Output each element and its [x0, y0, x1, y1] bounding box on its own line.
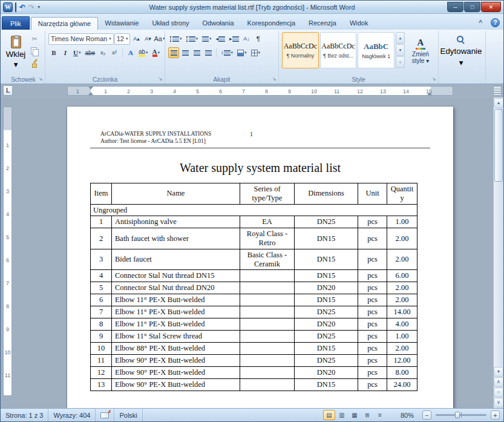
table-cell[interactable]: 2.00 [387, 282, 417, 294]
table-cell[interactable]: Connector Stal Nut thread DN15 [112, 270, 240, 282]
numbering-button[interactable]: ▾ [185, 33, 200, 44]
style-no-spacing[interactable]: AaBbCcDc ¶ Bez odst... [320, 32, 357, 68]
table-cell[interactable]: 14.00 [387, 306, 417, 318]
table-cell[interactable]: 7 [91, 306, 112, 318]
table-cell[interactable]: 3 [91, 249, 112, 270]
table-cell[interactable]: 24.00 [387, 379, 417, 391]
close-button[interactable]: ✕ [481, 2, 501, 12]
paste-button[interactable]: Wklej ▾ [5, 32, 27, 72]
horizontal-ruler[interactable]: 1 123456789101112131415 [67, 86, 453, 96]
justify-button[interactable] [203, 47, 214, 58]
table-cell[interactable]: DN25 [295, 331, 358, 343]
table-cell[interactable]: pcs [358, 228, 387, 249]
line-spacing-button[interactable]: ↕▾ [219, 47, 235, 58]
bullets-button[interactable]: ▾ [168, 33, 184, 44]
table-cell[interactable]: EA [240, 216, 295, 228]
zoom-in-button[interactable]: + [491, 410, 500, 420]
web-layout-view-button[interactable]: ▦ [349, 410, 361, 420]
table-cell[interactable]: pcs [358, 331, 387, 343]
table-cell[interactable]: 8 [91, 318, 112, 331]
styles-scroll-down-button[interactable]: ▾ [396, 44, 405, 56]
table-cell[interactable]: 2 [91, 228, 112, 249]
table-cell[interactable]: DN20 [295, 282, 358, 294]
table-cell[interactable]: pcs [358, 216, 387, 228]
change-styles-button[interactable]: A Zmień style ▾ [406, 32, 435, 70]
header-line-2[interactable]: Author: Test license - ArCADia 5.5 EN [L… [100, 138, 430, 145]
table-cell[interactable]: Elbow 90° PE-X Butt-welded [112, 367, 240, 379]
table-cell[interactable]: 4.00 [387, 318, 417, 331]
left-indent-marker[interactable] [88, 90, 93, 95]
grow-font-button[interactable]: A▴ [131, 33, 142, 44]
table-cell[interactable]: 13 [91, 379, 112, 391]
editing-button[interactable]: Edytowanie ▾ [442, 32, 480, 71]
table-cell[interactable]: pcs [358, 343, 387, 355]
table-cell[interactable]: Bidet faucet [112, 249, 240, 270]
copy-button[interactable] [28, 45, 41, 56]
table-cell[interactable]: 6.00 [387, 270, 417, 282]
document-title[interactable]: Water supply system material list [90, 161, 430, 175]
table-cell[interactable]: Elbow 90° PE-X Butt-welded [112, 379, 240, 391]
ruler-toggle-button[interactable] [493, 85, 502, 96]
table-cell[interactable] [240, 367, 295, 379]
table-cell[interactable]: DN15 [295, 379, 358, 391]
next-page-button[interactable]: ∨ [494, 398, 503, 407]
font-size-combo[interactable]: 12 ▾ [114, 33, 131, 45]
draft-view-button[interactable]: ≡ [374, 410, 386, 420]
tab-mailings[interactable]: Korespondencja [241, 16, 303, 30]
dialog-launcher-icon[interactable]: ↘ [37, 76, 44, 83]
italic-button[interactable]: I [60, 47, 71, 58]
styles-scroll-up-button[interactable]: ▴ [396, 32, 405, 44]
table-cell[interactable]: Elbow 11° PE-X Butt-welded [112, 294, 240, 306]
previous-page-button[interactable]: ∧ [494, 377, 503, 387]
table-cell[interactable]: DN15 [295, 294, 358, 306]
table-cell[interactable]: 2.00 [387, 228, 417, 249]
tab-references[interactable]: Odwołania [196, 16, 241, 30]
styles-more-button[interactable]: ▿ [396, 56, 405, 68]
table-cell[interactable]: 2.00 [387, 294, 417, 306]
table-header-cell[interactable]: Item [91, 183, 112, 205]
save-button[interactable] [15, 2, 17, 12]
zoom-slider[interactable] [436, 414, 486, 416]
material-table[interactable]: ItemNameSeries of type/TypeDimensionsUni… [90, 183, 417, 391]
page-count-button[interactable]: Strona: 1 z 3 [1, 409, 48, 421]
table-cell[interactable]: Elbow 88° PE-X Butt-welded [112, 343, 240, 355]
dialog-launcher-icon[interactable]: ↘ [430, 76, 437, 83]
bold-button[interactable]: B [48, 47, 59, 58]
shading-button[interactable]: ▾ [235, 47, 249, 58]
redo-button[interactable]: ↷ [28, 2, 35, 12]
table-cell[interactable]: 1.00 [387, 331, 417, 343]
table-cell[interactable]: Royal Class - Retro [240, 228, 295, 249]
table-cell[interactable]: pcs [358, 294, 387, 306]
table-cell[interactable]: Connector Stal Nut thread DN20 [112, 282, 240, 294]
table-cell[interactable]: pcs [358, 270, 387, 282]
change-case-button[interactable]: Aa▾ [154, 33, 165, 44]
qat-dropdown-button[interactable]: ▾ [37, 2, 41, 12]
maximize-button[interactable]: □ [464, 2, 480, 12]
format-painter-button[interactable] [28, 58, 41, 68]
table-cell[interactable]: 8.00 [387, 367, 417, 379]
scroll-up-button[interactable]: ▴ [494, 98, 503, 108]
page-header[interactable]: ArCADia-WATER SUPPLY INSTALLATIONS Autho… [90, 131, 430, 148]
table-group-cell[interactable]: Ungrouped [91, 204, 417, 216]
table-cell[interactable] [240, 282, 295, 294]
table-header-cell[interactable]: Dimensions [295, 183, 358, 205]
outline-view-button[interactable]: ≣ [361, 410, 373, 420]
increase-indent-button[interactable]: ▸ [227, 33, 241, 44]
zoom-level-button[interactable]: 80% [397, 411, 417, 420]
table-cell[interactable]: 1 [91, 216, 112, 228]
table-cell[interactable]: pcs [358, 282, 387, 294]
table-cell[interactable] [240, 318, 295, 331]
table-cell[interactable]: 12 [91, 367, 112, 379]
table-cell[interactable]: pcs [358, 249, 387, 270]
align-right-button[interactable] [191, 47, 202, 58]
table-cell[interactable]: pcs [358, 306, 387, 318]
tab-home[interactable]: Narzędzia główne [31, 17, 98, 30]
table-cell[interactable] [240, 343, 295, 355]
scrollbar-thumb[interactable] [494, 109, 503, 182]
zoom-slider-thumb[interactable] [455, 412, 460, 418]
table-cell[interactable]: 6 [91, 294, 112, 306]
select-browse-object-button[interactable]: ○ [494, 387, 503, 397]
scroll-down-button[interactable]: ▾ [494, 367, 503, 377]
right-indent-marker[interactable] [427, 90, 432, 95]
table-cell[interactable] [240, 294, 295, 306]
